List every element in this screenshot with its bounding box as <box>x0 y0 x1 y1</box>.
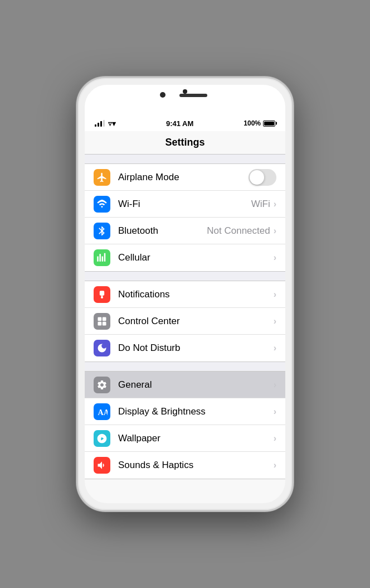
row-airplane-mode[interactable]: Airplane Mode <box>85 164 285 191</box>
row-notifications[interactable]: Notifications › <box>85 281 285 308</box>
group-notifications-inner: Notifications › Co <box>85 281 285 362</box>
general-icon <box>94 377 110 393</box>
page-title: Settings <box>165 137 205 148</box>
dnd-chevron: › <box>274 343 276 353</box>
general-chevron: › <box>274 380 276 390</box>
svg-rect-4 <box>103 317 106 321</box>
general-label: General <box>118 379 274 391</box>
phone-frame: ▿▾ 9:41 AM 100% Settings <box>76 76 294 512</box>
display-chevron: › <box>274 407 276 417</box>
airplane-mode-toggle[interactable] <box>249 169 276 186</box>
group-connectivity: Airplane Mode Wi-Fi WiFi › <box>85 163 285 272</box>
settings-screen: Airplane Mode Wi-Fi WiFi › <box>85 155 285 479</box>
bluetooth-icon <box>94 223 110 239</box>
airplane-mode-icon <box>94 169 110 186</box>
row-dnd[interactable]: Do Not Disturb › <box>85 335 285 362</box>
control-center-icon <box>94 313 110 330</box>
control-center-label: Control Center <box>118 316 274 327</box>
svg-text:AA: AA <box>98 407 108 416</box>
cellular-svg <box>96 252 108 263</box>
notifications-label: Notifications <box>118 289 274 300</box>
svg-rect-6 <box>103 321 106 325</box>
svg-rect-5 <box>98 321 102 325</box>
battery-percentage: 100% <box>244 119 261 127</box>
wifi-status-icon: ▿▾ <box>108 119 116 128</box>
dnd-svg <box>96 343 108 354</box>
dnd-icon <box>94 340 110 356</box>
svg-rect-0 <box>100 291 104 295</box>
svg-rect-3 <box>98 317 102 321</box>
top-notch <box>85 85 285 115</box>
control-center-svg <box>96 316 108 327</box>
cellular-icon <box>94 249 110 266</box>
page-title-bar: Settings <box>85 131 285 155</box>
wifi-row-icon <box>94 196 110 213</box>
wifi-value: WiFi <box>251 199 270 210</box>
notifications-chevron: › <box>274 290 276 300</box>
status-right: 100% <box>244 119 275 127</box>
sounds-chevron: › <box>274 460 276 470</box>
sounds-icon <box>94 457 110 474</box>
signal-bar-3 <box>100 121 102 127</box>
row-bluetooth[interactable]: Bluetooth Not Connected › <box>85 218 285 244</box>
wifi-svg <box>96 199 108 210</box>
signal-bar-1 <box>95 124 96 127</box>
wifi-label: Wi-Fi <box>118 199 251 210</box>
control-center-chevron: › <box>274 316 276 326</box>
signal-bar-2 <box>98 123 99 127</box>
sounds-label: Sounds & Haptics <box>118 460 274 471</box>
signal-bars <box>95 120 105 127</box>
display-svg: AA <box>96 406 108 417</box>
bluetooth-chevron: › <box>274 226 276 236</box>
camera-icon <box>160 92 165 98</box>
notifications-icon <box>94 286 110 303</box>
display-label: Display & Brightness <box>118 406 274 417</box>
display-icon: AA <box>94 403 110 420</box>
row-wallpaper[interactable]: Wallpaper › <box>85 425 285 452</box>
row-wifi[interactable]: Wi-Fi WiFi › <box>85 191 285 218</box>
dnd-label: Do Not Disturb <box>118 343 274 354</box>
phone-inner: ▿▾ 9:41 AM 100% Settings <box>85 85 285 503</box>
wifi-chevron: › <box>274 199 276 209</box>
bluetooth-svg <box>96 225 108 237</box>
row-general[interactable]: General › <box>85 372 285 398</box>
cellular-label: Cellular <box>118 252 274 263</box>
svg-rect-2 <box>101 295 103 297</box>
bluetooth-label: Bluetooth <box>118 225 207 237</box>
row-control-center[interactable]: Control Center › <box>85 308 285 335</box>
row-sounds[interactable]: Sounds & Haptics › <box>85 452 285 479</box>
status-bar: ▿▾ 9:41 AM 100% <box>85 115 285 131</box>
group-general: General › AA Display & Brightness › <box>85 371 285 479</box>
group-notifications: Notifications › Co <box>85 281 285 362</box>
sounds-svg <box>96 460 108 471</box>
wallpaper-chevron: › <box>274 433 276 444</box>
wallpaper-svg <box>96 433 108 444</box>
wallpaper-icon <box>94 430 110 447</box>
notifications-svg <box>96 289 108 300</box>
general-svg <box>96 379 108 391</box>
speaker-icon <box>179 94 207 97</box>
group-general-inner: General › AA Display & Brightness › <box>85 371 285 479</box>
row-cellular[interactable]: Cellular › <box>85 244 285 271</box>
status-left: ▿▾ <box>95 119 116 128</box>
wallpaper-label: Wallpaper <box>118 433 274 444</box>
group-connectivity-inner: Airplane Mode Wi-Fi WiFi › <box>85 163 285 272</box>
status-time: 9:41 AM <box>166 119 193 128</box>
airplane-svg <box>96 172 108 183</box>
cellular-chevron: › <box>274 253 276 263</box>
battery-icon <box>263 121 275 127</box>
bluetooth-value: Not Connected <box>207 225 270 237</box>
signal-bar-4 <box>103 120 105 127</box>
airplane-mode-label: Airplane Mode <box>118 172 249 183</box>
row-display[interactable]: AA Display & Brightness › <box>85 398 285 425</box>
